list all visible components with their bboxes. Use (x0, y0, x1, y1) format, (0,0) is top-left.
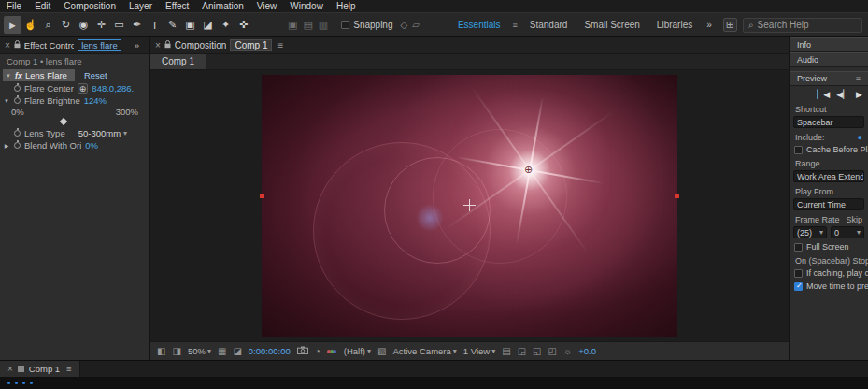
effect-controls-doc-tab[interactable]: lens flare (78, 39, 121, 51)
selection-tool-button[interactable]: ► (4, 16, 21, 34)
type-tool-button[interactable]: T (146, 16, 164, 34)
menu-effect[interactable]: Effect (159, 1, 195, 11)
viewer-lock-icon[interactable]: ◧ (157, 346, 165, 356)
exposure-value[interactable]: +0.0 (578, 346, 596, 356)
twirl-down-icon[interactable]: ▼ (3, 98, 10, 104)
slider-track[interactable] (11, 122, 138, 122)
menu-help[interactable]: Help (330, 1, 363, 11)
lock-icon[interactable] (164, 40, 171, 50)
full-screen-checkbox[interactable] (794, 243, 803, 252)
slider-handle[interactable] (60, 118, 67, 125)
layer-anchor-point[interactable] (463, 199, 476, 211)
menu-edit[interactable]: Edit (28, 1, 57, 11)
pan-behind-tool-button[interactable]: ✛ (92, 16, 110, 34)
snap-option-icon-2[interactable]: ▱ (412, 20, 420, 30)
move-time-checkbox[interactable] (794, 282, 803, 291)
effect-point-button[interactable]: ⊕ (78, 83, 89, 94)
puppet-pin-tool-button[interactable]: ✜ (235, 16, 252, 34)
close-icon[interactable]: × (5, 40, 10, 50)
workspace-essentials[interactable]: Essentials (449, 20, 509, 30)
if-caching-row[interactable]: If caching, play ca (790, 267, 868, 280)
menu-file[interactable]: File (0, 1, 28, 11)
shape-tool-button[interactable]: ▭ (110, 16, 128, 34)
include-video-icon[interactable]: ● (858, 133, 862, 142)
reset-button[interactable]: Reset (84, 70, 107, 80)
composition-tab-title[interactable]: Composition (175, 40, 227, 50)
previous-frame-button[interactable]: ◀▏ (836, 90, 849, 99)
pixel-aspect-icon[interactable]: ▤ (502, 346, 510, 356)
menu-window[interactable]: Window (283, 1, 330, 11)
rotation-tool-button[interactable]: ↻ (57, 16, 75, 34)
menu-composition[interactable]: Composition (57, 1, 122, 11)
roto-brush-tool-button[interactable]: ✦ (217, 16, 235, 34)
stopwatch-icon[interactable] (14, 85, 21, 92)
close-icon[interactable]: × (7, 364, 13, 374)
eraser-tool-button[interactable]: ◪ (199, 16, 217, 34)
skip-select[interactable]: 0 ▾ (831, 226, 864, 238)
current-time-display[interactable]: 0:00:00:00 (249, 346, 291, 356)
menu-view[interactable]: View (250, 1, 284, 11)
magnification-dropdown[interactable]: 50% ▾ (188, 346, 211, 356)
play-from-select[interactable]: Current Time (793, 198, 864, 210)
lens-type-dropdown[interactable]: 50-300mm ▾ (78, 128, 127, 138)
camera-view-dropdown[interactable]: Active Camera ▾ (393, 346, 457, 356)
help-search-field[interactable]: ⌕ Search Help (743, 18, 862, 33)
flare-brightness-value[interactable]: 124% (84, 95, 107, 106)
stopwatch-icon[interactable] (14, 97, 21, 104)
twirl-down-icon[interactable]: ▼ (5, 73, 12, 79)
tab-overflow-chevrons[interactable]: » (129, 40, 145, 50)
twirl-right-icon[interactable]: ▶ (3, 142, 10, 149)
grid-guides-icon[interactable]: ▦ (218, 346, 226, 356)
flare-center-point[interactable]: ⊕ (524, 164, 533, 176)
effect-title[interactable]: ▼ fx Lens Flare (3, 69, 75, 81)
snap-option-icon-1[interactable]: ◇ (400, 20, 407, 30)
timeline-button-icon[interactable]: ◱ (533, 346, 541, 356)
panel-menu-icon[interactable]: ≡ (856, 72, 861, 86)
workspace-menu-icon[interactable]: ≡ (509, 21, 521, 30)
stopwatch-icon[interactable] (14, 130, 21, 137)
workspace-libraries[interactable]: Libraries (648, 20, 701, 30)
if-caching-checkbox[interactable] (794, 269, 803, 278)
snapping-control[interactable]: Snapping (341, 20, 392, 30)
workspace-panel-icon[interactable]: ⊞ (723, 18, 737, 32)
pen-tool-button[interactable]: ✒ (128, 16, 146, 34)
resolution-dropdown[interactable]: (Half) ▾ (344, 346, 371, 356)
viewer-tab-comp1[interactable]: Comp 1 (150, 54, 206, 69)
timeline-tab-comp1[interactable]: × Comp 1 ≡ (0, 361, 80, 377)
view-layout-dropdown[interactable]: 1 View ▾ (463, 346, 495, 356)
blend-value[interactable]: 0% (85, 140, 98, 151)
preview-panel-tab[interactable]: Preview ≡ (790, 71, 868, 86)
lock-icon[interactable] (14, 40, 21, 50)
workspace-small-screen[interactable]: Small Screen (576, 20, 647, 30)
audio-panel-tab[interactable]: Audio (790, 52, 868, 67)
region-of-interest-icon[interactable]: ▧ (377, 346, 386, 356)
full-screen-row[interactable]: Full Screen (790, 240, 868, 253)
snapshot-camera-icon[interactable] (297, 346, 308, 356)
channel-icon[interactable] (327, 350, 337, 353)
menu-animation[interactable]: Animation (195, 1, 249, 11)
layer-handle-right[interactable] (675, 194, 679, 198)
hand-tool-button[interactable]: ☝ (21, 16, 39, 34)
composition-viewport[interactable]: ⊕ (150, 70, 789, 341)
clone-stamp-tool-button[interactable]: ▣ (181, 16, 199, 34)
cache-before-play-row[interactable]: Cache Before Play (790, 143, 868, 156)
frame-rate-select[interactable]: (25) ▾ (793, 226, 827, 238)
exposure-sun-icon[interactable]: ☼ (563, 346, 572, 356)
effect-controls-tab-title[interactable]: Effect Controls (24, 40, 74, 50)
composition-canvas[interactable]: ⊕ (262, 75, 677, 337)
viewer-screen-icon[interactable]: ◨ (172, 346, 180, 356)
show-snapshot-icon[interactable]: ◔ (315, 346, 320, 356)
info-panel-tab[interactable]: Info (790, 37, 868, 52)
flowchart-icon[interactable]: ◰ (548, 346, 557, 356)
shortcut-select[interactable]: Spacebar (793, 116, 864, 128)
snapping-checkbox[interactable] (341, 21, 349, 29)
panel-menu-icon[interactable]: ≡ (66, 364, 72, 374)
brightness-slider[interactable] (11, 117, 138, 127)
zoom-tool-button[interactable]: ⌕ (39, 16, 57, 34)
workspace-standard[interactable]: Standard (521, 20, 576, 30)
first-frame-button[interactable]: ▏◀ (817, 90, 830, 99)
move-time-row[interactable]: Move time to pre (790, 280, 868, 293)
cache-before-play-checkbox[interactable] (794, 146, 803, 154)
menu-layer[interactable]: Layer (122, 1, 159, 11)
layer-handle-left[interactable] (260, 194, 264, 198)
